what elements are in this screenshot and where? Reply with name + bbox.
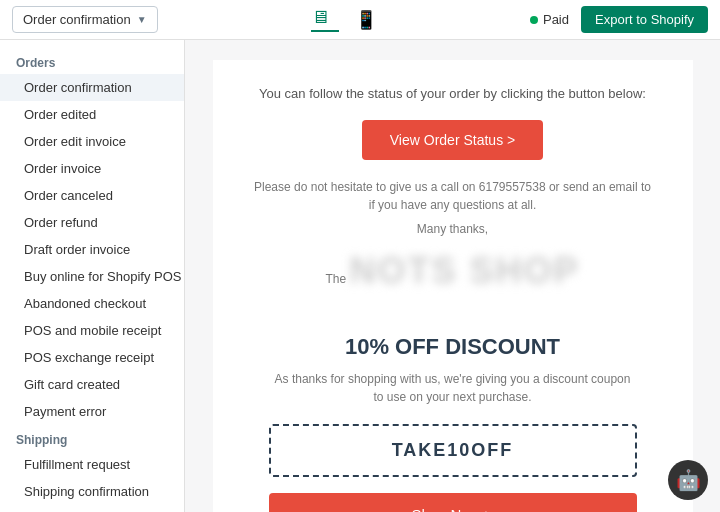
- contact-text: Please do not hesitate to give us a call…: [245, 178, 661, 214]
- sidebar-item-fulfillment-request[interactable]: Fulfillment request: [0, 451, 184, 478]
- sidebar-item-gift-card-created[interactable]: Gift card created: [0, 371, 184, 398]
- blurred-store-info: Many thanks, The NOTS SHOP: [245, 220, 661, 298]
- template-dropdown[interactable]: Order confirmation ▼: [12, 6, 158, 33]
- desktop-icon[interactable]: 🖥: [311, 7, 339, 28]
- paid-dot-icon: [530, 16, 538, 24]
- discount-section: 10% OFF DISCOUNT As thanks for shopping …: [245, 314, 661, 513]
- chevron-down-icon: ▼: [137, 14, 147, 25]
- sidebar-item-order-canceled[interactable]: Order canceled: [0, 182, 184, 209]
- email-preview-area: You can follow the status of your order …: [185, 40, 720, 512]
- discount-description: As thanks for shopping with us, we're gi…: [269, 370, 637, 406]
- sidebar-item-shipping-update[interactable]: Shipping update: [0, 505, 184, 512]
- contact-line2: if you have any questions at all.: [369, 198, 536, 212]
- robot-icon: 🤖: [676, 468, 701, 492]
- shopify-robot-button[interactable]: 🤖: [668, 460, 708, 500]
- desktop-icon-wrapper: 🖥: [311, 7, 339, 32]
- sidebar: Orders Order confirmation Order edited O…: [0, 40, 185, 512]
- sidebar-item-order-edit-invoice[interactable]: Order edit invoice: [0, 128, 184, 155]
- sidebar-item-order-refund[interactable]: Order refund: [0, 209, 184, 236]
- thanks-line1: Many thanks,: [245, 220, 661, 238]
- dropdown-label: Order confirmation: [23, 12, 131, 27]
- sidebar-item-pos-mobile-receipt[interactable]: POS and mobile receipt: [0, 317, 184, 344]
- sidebar-item-order-confirmation[interactable]: Order confirmation: [0, 74, 184, 101]
- shop-now-button[interactable]: Shop Now >: [269, 493, 637, 513]
- shipping-section-title: Shipping: [0, 425, 184, 451]
- coupon-code-box: TAKE10OFF: [269, 424, 637, 477]
- sidebar-item-abandoned-checkout[interactable]: Abandoned checkout: [0, 290, 184, 317]
- topbar: Order confirmation ▼ 🖥 📱 Paid Export to …: [0, 0, 720, 40]
- sidebar-item-shipping-confirmation[interactable]: Shipping confirmation: [0, 478, 184, 505]
- view-order-status-button[interactable]: View Order Status >: [362, 120, 543, 160]
- desktop-underline: [311, 30, 339, 32]
- follow-status-text: You can follow the status of your order …: [245, 84, 661, 104]
- paid-badge: Paid: [530, 12, 569, 27]
- sidebar-item-order-invoice[interactable]: Order invoice: [0, 155, 184, 182]
- paid-label: Paid: [543, 12, 569, 27]
- sidebar-item-pos-exchange-receipt[interactable]: POS exchange receipt: [0, 344, 184, 371]
- thanks-line2: The NOTS SHOP: [245, 244, 661, 298]
- thanks-the: The: [325, 272, 346, 286]
- topbar-actions: Paid Export to Shopify: [530, 6, 708, 33]
- main-layout: Orders Order confirmation Order edited O…: [0, 40, 720, 512]
- mobile-icon[interactable]: 📱: [355, 9, 377, 31]
- blurred-store-name: NOTS SHOP: [350, 250, 580, 291]
- sidebar-item-payment-error[interactable]: Payment error: [0, 398, 184, 425]
- sidebar-item-draft-order-invoice[interactable]: Draft order invoice: [0, 236, 184, 263]
- contact-line1: Please do not hesitate to give us a call…: [254, 180, 651, 194]
- sidebar-item-buy-online-pos[interactable]: Buy online for Shopify POS: [0, 263, 184, 290]
- email-card: You can follow the status of your order …: [213, 60, 693, 512]
- orders-section-title: Orders: [0, 48, 184, 74]
- device-switcher: 🖥 📱: [170, 7, 518, 32]
- export-button[interactable]: Export to Shopify: [581, 6, 708, 33]
- discount-title: 10% OFF DISCOUNT: [269, 334, 637, 360]
- sidebar-item-order-edited[interactable]: Order edited: [0, 101, 184, 128]
